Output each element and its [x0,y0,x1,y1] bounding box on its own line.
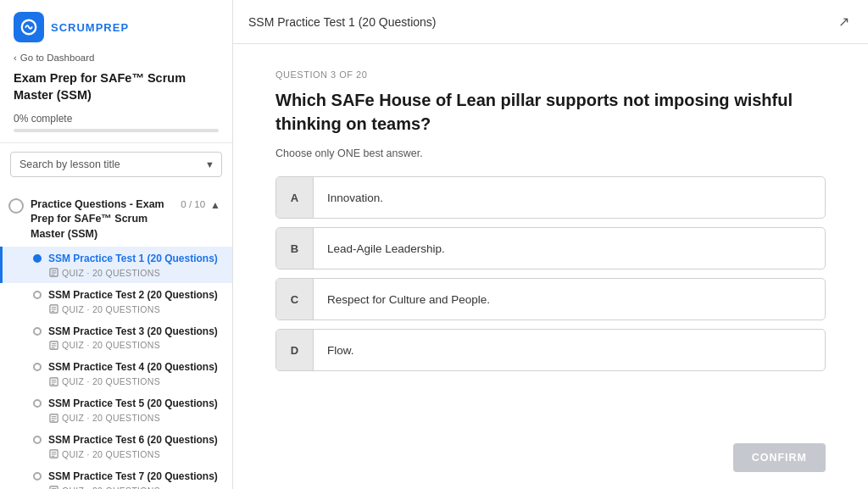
option-letter: D [276,330,314,370]
option-letter: C [276,279,314,320]
progress-label: 0% complete [14,113,219,125]
back-to-dashboard-link[interactable]: ‹ Go to Dashboard [14,53,219,63]
chevron-left-icon: ‹ [14,53,17,63]
option-text: Flow. [314,334,368,367]
section-circle [8,198,24,214]
section-meta: 0 / 10 ▲ [181,197,220,211]
lesson-item[interactable]: SSM Practice Test 3 (20 Questions) QUIZ … [0,320,232,356]
lesson-item[interactable]: SSM Practice Test 2 (20 Questions) QUIZ … [0,283,232,320]
lesson-content: SSM Practice Test 3 (20 Questions) QUIZ … [48,325,218,351]
modal-title: SSM Practice Test 1 (20 Questions) [248,15,437,29]
quiz-icon [48,376,58,386]
lesson-search-select[interactable]: Search by lesson title [10,152,222,177]
back-label: Go to Dashboard [20,53,95,63]
progress-bar-background [14,129,219,132]
lesson-content: SSM Practice Test 6 (20 Questions) QUIZ … [48,433,218,459]
lesson-meta: QUIZ · 20 QUESTIONS [62,340,160,350]
answer-options: A Innovation. B Lead-Agile Leadership. C… [275,176,826,371]
lesson-dot [33,436,42,444]
lesson-item[interactable]: SSM Practice Test 6 (20 Questions) QUIZ … [0,428,232,464]
question-number: QUESTION 3 OF 20 [275,69,826,80]
lesson-dot [33,291,42,299]
expand-button[interactable]: ↗ [835,12,853,31]
lesson-sub: QUIZ · 20 QUESTIONS [48,413,218,423]
lesson-meta: QUIZ · 20 QUESTIONS [62,304,160,314]
section-title: Practice Questions - Exam Prep for SAFe™… [31,197,181,242]
lesson-dot [33,363,42,371]
lesson-dot [33,327,42,336]
lesson-sub: QUIZ · 20 QUESTIONS [48,486,218,489]
sidebar: SCRUMPREP ‹ Go to Dashboard Exam Prep fo… [0,0,233,489]
lesson-dot [33,254,42,263]
lesson-title: SSM Practice Test 1 (20 Questions) [48,252,218,266]
lesson-meta: QUIZ · 20 QUESTIONS [62,268,160,278]
lesson-meta: QUIZ · 20 QUESTIONS [62,486,160,489]
question-area: QUESTION 3 OF 20 Which SAFe House of Lea… [233,44,868,443]
section-chevron-icon: ▲ [210,199,220,211]
question-text: Which SAFe House of Lean pillar supports… [275,88,826,136]
lesson-title: SSM Practice Test 4 (20 Questions) [48,360,218,375]
brand-name: SCRUMPREP [51,21,129,34]
lesson-content: SSM Practice Test 1 (20 Questions) QUIZ … [48,252,218,278]
search-box[interactable]: Search by lesson title ▼ [10,152,222,177]
modal-header: SSM Practice Test 1 (20 Questions) ↗ [233,0,868,44]
quiz-icon [48,268,58,278]
lesson-item[interactable]: SSM Practice Test 7 (20 Questions) QUIZ … [0,464,232,489]
section-count: 0 / 10 [181,199,205,209]
confirm-area: CONFIRM [233,443,868,489]
option-text: Lead-Agile Leadership. [314,232,459,265]
main-content: SSM Practice Test 1 (20 Questions) ↗ QUE… [233,0,868,489]
answer-option[interactable]: B Lead-Agile Leadership. [275,227,826,270]
quiz-icon [48,449,58,459]
lesson-sub: QUIZ · 20 QUESTIONS [48,304,218,314]
lesson-title: SSM Practice Test 5 (20 Questions) [48,397,218,411]
lesson-content: SSM Practice Test 5 (20 Questions) QUIZ … [48,397,218,423]
lesson-sub: QUIZ · 20 QUESTIONS [48,340,218,350]
logo-icon [14,12,44,42]
confirm-button[interactable]: CONFIRM [733,443,826,472]
section-left: Practice Questions - Exam Prep for SAFe™… [8,197,181,242]
lesson-item[interactable]: SSM Practice Test 4 (20 Questions) QUIZ … [0,355,232,392]
sidebar-header: SCRUMPREP ‹ Go to Dashboard Exam Prep fo… [0,0,232,143]
lesson-meta: QUIZ · 20 QUESTIONS [62,449,160,459]
lesson-title: SSM Practice Test 2 (20 Questions) [48,288,218,303]
course-title: Exam Prep for SAFe™ Scrum Master (SSM) [14,69,219,104]
quiz-icon [48,486,58,489]
lesson-title: SSM Practice Test 6 (20 Questions) [48,433,218,447]
lesson-content: SSM Practice Test 4 (20 Questions) QUIZ … [48,360,218,386]
lesson-item[interactable]: SSM Practice Test 1 (20 Questions) QUIZ … [0,247,232,283]
lesson-content: SSM Practice Test 7 (20 Questions) QUIZ … [48,470,218,489]
answer-option[interactable]: A Innovation. [275,176,826,219]
quiz-icon [48,304,58,314]
quiz-icon [48,413,58,423]
answer-option[interactable]: D Flow. [275,329,826,371]
lesson-item[interactable]: SSM Practice Test 5 (20 Questions) QUIZ … [0,392,232,428]
lesson-title: SSM Practice Test 7 (20 Questions) [48,470,218,484]
sidebar-content: Practice Questions - Exam Prep for SAFe™… [0,186,232,489]
instruction: Choose only ONE best answer. [275,147,826,159]
lesson-dot [33,399,42,408]
option-letter: B [276,228,314,269]
lesson-dot [33,472,42,481]
lesson-sub: QUIZ · 20 QUESTIONS [48,376,218,386]
lesson-meta: QUIZ · 20 QUESTIONS [62,376,160,386]
answer-option[interactable]: C Respect for Culture and People. [275,278,826,320]
lesson-sub: QUIZ · 20 QUESTIONS [48,449,218,459]
quiz-icon [48,340,58,350]
lesson-meta: QUIZ · 20 QUESTIONS [62,413,160,423]
lesson-content: SSM Practice Test 2 (20 Questions) QUIZ … [48,288,218,314]
logo-area: SCRUMPREP [14,12,219,42]
lesson-sub: QUIZ · 20 QUESTIONS [48,268,218,278]
lesson-list: SSM Practice Test 1 (20 Questions) QUIZ … [0,247,232,489]
option-text: Innovation. [314,181,397,214]
section-header[interactable]: Practice Questions - Exam Prep for SAFe™… [0,192,232,247]
lesson-title: SSM Practice Test 3 (20 Questions) [48,325,218,339]
option-text: Respect for Culture and People. [314,283,504,316]
option-letter: A [276,177,314,218]
